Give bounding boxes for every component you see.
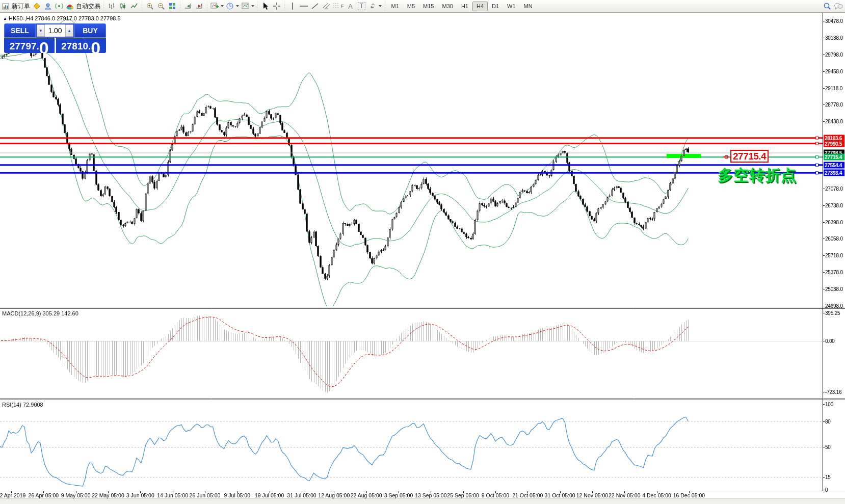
crosshair-icon[interactable] <box>271 1 282 12</box>
timeframe-h4[interactable]: H4 <box>472 2 488 11</box>
text-label-icon[interactable]: T <box>356 1 367 12</box>
zoom-in-icon[interactable] <box>144 1 155 12</box>
chart-canvas[interactable] <box>0 0 845 504</box>
toolbar: 新订单 自动交易 <box>0 0 845 13</box>
timeframe-group: M1M5M15M30H1H4D1W1MN <box>387 2 537 11</box>
timeframe-h1[interactable]: H1 <box>457 2 472 11</box>
timeframe-mn[interactable]: MN <box>520 2 537 11</box>
zoom-out-icon[interactable] <box>155 1 167 12</box>
volume-control: ▼ 1.00 ▲ <box>36 23 74 38</box>
one-click-trade-panel: SELL ▼ 1.00 ▲ BUY 27797.0 27810.0 <box>4 23 106 53</box>
candlestick-chart-icon[interactable] <box>117 1 128 12</box>
shift-chart-icon[interactable] <box>182 1 194 12</box>
toolbar-separator <box>102 1 105 11</box>
volume-value[interactable]: 1.00 <box>45 26 65 35</box>
tile-windows-icon[interactable] <box>167 1 178 12</box>
timeframe-m5[interactable]: M5 <box>403 2 419 11</box>
sell-price-main: 27797 <box>10 40 37 53</box>
buy-price-main: 27810 <box>61 40 88 53</box>
toolbar-separator <box>179 1 181 11</box>
indicators-icon[interactable] <box>209 1 225 12</box>
fibonacci-icon[interactable]: F <box>332 1 345 12</box>
toolbar-separator <box>206 1 208 11</box>
dropdown-caret <box>236 5 239 7</box>
timeframe-d1[interactable]: D1 <box>488 2 503 11</box>
fibonacci-letter: F <box>341 4 344 9</box>
periods-icon[interactable] <box>225 1 240 12</box>
buy-price[interactable]: 27810.0 <box>56 38 107 53</box>
text-letter: A <box>348 3 353 10</box>
toolbar-separator <box>256 1 259 11</box>
autotrading-label: 自动交易 <box>76 2 100 11</box>
buy-button[interactable]: BUY <box>74 23 106 38</box>
autotrading-icon[interactable]: 自动交易 <box>65 1 101 12</box>
search-icon[interactable] <box>822 1 833 12</box>
accounts-icon[interactable] <box>42 1 54 12</box>
autoscroll-icon[interactable] <box>194 1 205 12</box>
bar-chart-icon[interactable] <box>106 1 117 12</box>
new-order-label: 新订单 <box>12 2 30 11</box>
volume-up-stepper[interactable]: ▲ <box>65 24 73 37</box>
sell-button[interactable]: SELL <box>4 23 36 38</box>
cursor-icon[interactable] <box>260 1 271 12</box>
signals-icon[interactable] <box>54 1 65 12</box>
market-icon[interactable] <box>31 1 42 12</box>
volume-down-stepper[interactable]: ▼ <box>37 24 45 37</box>
chat-icon[interactable] <box>833 1 844 12</box>
arrows-icon[interactable] <box>367 1 383 12</box>
toolbar-separator <box>283 1 286 11</box>
toolbar-separator <box>384 1 386 11</box>
buy-price-big: 0 <box>91 40 100 53</box>
new-order-icon[interactable]: 新订单 <box>1 1 31 12</box>
line-chart-icon[interactable] <box>128 1 140 12</box>
trendline-icon[interactable] <box>309 1 321 12</box>
dropdown-caret <box>251 5 254 7</box>
templates-icon[interactable] <box>240 1 255 12</box>
horizontal-line-icon[interactable] <box>298 1 309 12</box>
application-window: 新订单 自动交易 <box>0 0 845 504</box>
timeframe-w1[interactable]: W1 <box>503 2 520 11</box>
vertical-line-icon[interactable] <box>287 1 298 12</box>
label-letter: T <box>358 2 365 10</box>
sell-price-big: 0 <box>39 40 49 53</box>
toolbar-separator <box>141 1 143 11</box>
channel-icon[interactable] <box>321 1 332 12</box>
timeframe-m1[interactable]: M1 <box>387 2 403 11</box>
timeframe-m15[interactable]: M15 <box>419 2 438 11</box>
dropdown-caret <box>221 5 224 7</box>
text-icon[interactable]: A <box>345 1 356 12</box>
dropdown-caret <box>379 5 382 7</box>
sell-price[interactable]: 27797.0 <box>4 38 55 53</box>
timeframe-m30[interactable]: M30 <box>438 2 457 11</box>
